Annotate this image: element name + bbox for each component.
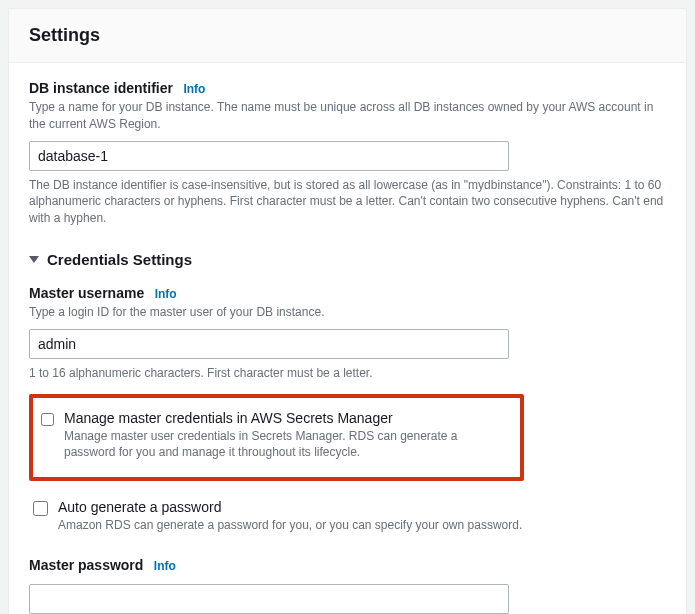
master-username-info-link[interactable]: Info: [155, 287, 177, 301]
secrets-manager-highlight: Manage master credentials in AWS Secrets…: [29, 394, 524, 482]
panel-header: Settings: [9, 9, 686, 63]
panel-title: Settings: [29, 25, 666, 46]
secrets-manager-option[interactable]: Manage master credentials in AWS Secrets…: [37, 404, 510, 468]
panel-body: DB instance identifier Info Type a name …: [9, 63, 686, 614]
master-username-label: Master username: [29, 285, 144, 301]
master-password-info-link[interactable]: Info: [154, 559, 176, 573]
caret-down-icon: [29, 254, 39, 264]
db-identifier-input[interactable]: [29, 141, 509, 171]
autogenerate-checkbox[interactable]: [33, 501, 48, 516]
master-password-field: Master password Info Constraints: At lea…: [29, 556, 666, 614]
master-username-input[interactable]: [29, 329, 509, 359]
settings-panel: Settings DB instance identifier Info Typ…: [8, 8, 687, 614]
master-password-label: Master password: [29, 557, 143, 573]
db-identifier-label: DB instance identifier: [29, 80, 173, 96]
secrets-manager-title: Manage master credentials in AWS Secrets…: [64, 410, 506, 426]
master-username-constraints: 1 to 16 alphanumeric characters. First c…: [29, 365, 666, 382]
db-identifier-info-link[interactable]: Info: [183, 82, 205, 96]
credentials-section-header[interactable]: Credentials Settings: [29, 251, 666, 268]
credentials-section-title: Credentials Settings: [47, 251, 192, 268]
master-username-help: Type a login ID for the master user of y…: [29, 304, 666, 321]
db-identifier-field: DB instance identifier Info Type a name …: [29, 79, 666, 227]
db-identifier-constraints: The DB instance identifier is case-insen…: [29, 177, 666, 227]
secrets-manager-checkbox[interactable]: [41, 412, 54, 427]
master-username-field: Master username Info Type a login ID for…: [29, 284, 666, 382]
master-password-input[interactable]: [29, 584, 509, 614]
secrets-manager-desc: Manage master user credentials in Secret…: [64, 428, 506, 462]
autogenerate-title: Auto generate a password: [58, 499, 522, 515]
db-identifier-help: Type a name for your DB instance. The na…: [29, 99, 666, 133]
autogenerate-option[interactable]: Auto generate a password Amazon RDS can …: [29, 493, 666, 540]
autogenerate-desc: Amazon RDS can generate a password for y…: [58, 517, 522, 534]
